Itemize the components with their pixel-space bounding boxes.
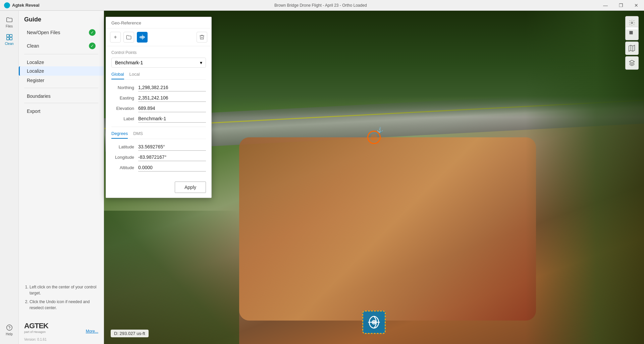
sidebar-item-clean[interactable]: Clean <box>1 31 17 48</box>
separator-3 <box>24 103 98 103</box>
more-link[interactable]: More... <box>86 329 98 334</box>
svg-point-15 <box>631 33 632 35</box>
help-label: Help <box>6 332 13 336</box>
altitude-input[interactable] <box>138 164 206 171</box>
agtek-logo: AGTEK part of Hexagon <box>24 322 48 334</box>
register-item-label: Register <box>27 78 44 83</box>
sidebar-item-files[interactable]: Files <box>1 13 17 31</box>
tab-local[interactable]: Local <box>129 72 140 79</box>
floating-geo-icon[interactable] <box>362 311 386 334</box>
minimize-button[interactable]: — <box>598 0 613 11</box>
app-logo-icon <box>4 2 10 8</box>
georef-modal: Geo-Reference + Control Points Benchmark… <box>106 17 212 198</box>
svg-point-13 <box>632 32 633 33</box>
modal-toolbar: + <box>106 28 211 46</box>
new-open-files-check: ✓ <box>89 29 96 36</box>
guide-instructions: Left click on the center of your control… <box>19 280 104 318</box>
boundaries-label: Boundaries <box>19 91 104 100</box>
clean-label: Clean <box>5 42 13 46</box>
boundaries-section: Boundaries <box>19 89 104 101</box>
label-label: Label <box>111 116 138 121</box>
guide-section-clean: Clean ✓ <box>19 39 104 53</box>
map-button[interactable] <box>625 42 639 55</box>
localize-item-label: Localize <box>27 68 44 74</box>
localize-label: Localize <box>19 57 104 66</box>
easting-label: Easting <box>111 95 138 100</box>
clean-item[interactable]: Clean ✓ <box>24 41 98 51</box>
window-title: Brown Bridge Drone Flight - April 23 - O… <box>44 3 598 8</box>
active-tool-button[interactable] <box>137 32 148 43</box>
svg-rect-2 <box>6 38 9 40</box>
distance-value: D: 293.027 us-ft <box>114 331 145 336</box>
guide-section-new-open: New/Open Files ✓ <box>19 26 104 39</box>
northing-input[interactable] <box>138 84 206 91</box>
latitude-input[interactable] <box>138 143 206 151</box>
svg-point-16 <box>632 33 633 35</box>
degrees-dms-tabs: Degrees DMS <box>111 131 206 139</box>
delete-control-point-button[interactable] <box>197 32 207 43</box>
easting-field: Easting <box>111 94 206 102</box>
tab-degrees[interactable]: Degrees <box>111 131 128 139</box>
agtek-name: AGTEK <box>24 322 48 330</box>
maximize-button[interactable]: ❐ <box>613 0 629 11</box>
svg-point-9 <box>631 31 632 32</box>
marker-inner <box>371 134 377 141</box>
global-local-tabs: Global Local <box>111 72 206 80</box>
add-control-point-button[interactable]: + <box>110 32 121 43</box>
svg-point-11 <box>630 32 631 33</box>
instruction-1: Left click on the center of your control… <box>30 285 96 295</box>
elevation-input[interactable] <box>138 105 206 112</box>
svg-point-6 <box>373 322 375 323</box>
apply-button[interactable]: Apply <box>175 182 206 193</box>
tab-global[interactable]: Global <box>111 72 124 79</box>
modal-footer: Apply <box>106 178 211 198</box>
altitude-label: Altitude <box>111 165 138 170</box>
icon-bar: Files Clean Help <box>0 11 19 344</box>
right-toolbar <box>625 27 639 70</box>
tab-dms[interactable]: DMS <box>133 131 143 139</box>
modal-body: Control Points Benchmark-1 ▾ Global Loca… <box>106 46 211 178</box>
layers-button[interactable] <box>625 27 639 40</box>
easting-input[interactable] <box>138 94 206 102</box>
sidebar-item-help[interactable]: Help <box>1 321 17 339</box>
svg-rect-3 <box>9 38 12 40</box>
guide-panel: Guide New/Open Files ✓ Clean ✓ Localize … <box>19 11 104 344</box>
window-controls: — ❐ ✕ <box>598 0 644 11</box>
svg-point-10 <box>632 31 633 32</box>
svg-point-8 <box>630 31 631 32</box>
northing-field: Northing <box>111 84 206 91</box>
agtek-sub: part of Hexagon <box>24 330 48 334</box>
open-file-button[interactable] <box>123 32 134 43</box>
modal-header: Geo-Reference <box>106 17 211 28</box>
new-open-files-label: New/Open Files <box>27 30 60 35</box>
export-section: Export <box>19 105 104 117</box>
latitude-field: Latitude <box>111 143 206 151</box>
svg-rect-0 <box>6 35 9 37</box>
files-label: Files <box>6 24 13 28</box>
close-button[interactable]: ✕ <box>629 0 644 11</box>
localize-section: Localize Localize Register <box>19 56 104 86</box>
svg-point-14 <box>630 33 631 35</box>
clean-label: Clean <box>27 43 39 49</box>
titlebar: Agtek Reveal Brown Bridge Drone Flight -… <box>0 0 644 11</box>
svg-rect-1 <box>9 35 12 37</box>
elevation-label: Elevation <box>111 106 138 111</box>
separator-2 <box>24 88 98 88</box>
dropdown-chevron: ▾ <box>200 60 202 65</box>
app-logo: Agtek Reveal <box>0 2 44 8</box>
logo-section: AGTEK part of Hexagon More... <box>19 318 104 338</box>
svg-point-7 <box>631 22 633 24</box>
new-open-files-item[interactable]: New/Open Files ✓ <box>24 27 98 38</box>
grid-view-button[interactable] <box>625 56 639 70</box>
guide-title: Guide <box>19 11 104 26</box>
separator-1 <box>24 54 98 54</box>
label-input[interactable] <box>138 115 206 123</box>
register-item[interactable]: Register <box>19 76 104 85</box>
control-point-marker: ⚓ <box>367 131 381 144</box>
benchmark-dropdown[interactable]: Benchmark-1 ▾ <box>111 58 206 68</box>
localize-item[interactable]: Localize <box>19 66 104 76</box>
svg-point-4 <box>6 325 12 331</box>
elevation-field: Elevation <box>111 105 206 112</box>
longitude-input[interactable] <box>138 153 206 161</box>
svg-marker-17 <box>629 45 635 51</box>
